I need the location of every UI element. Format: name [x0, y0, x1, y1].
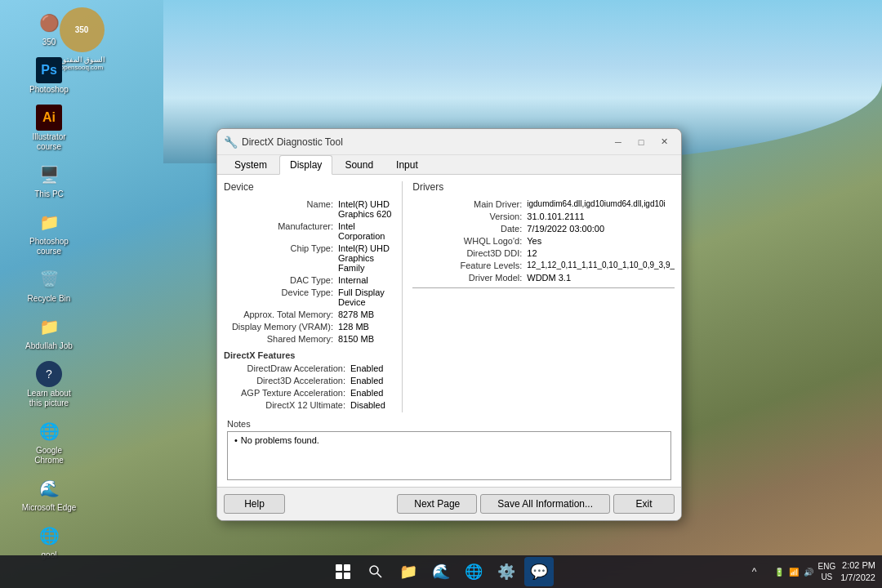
- window-title: DirectX Diagnostic Tool: [242, 136, 608, 148]
- bullet-point: •: [234, 435, 238, 445]
- edge-taskbar-button[interactable]: 🌊: [426, 557, 456, 586]
- desktop-icon-recycle[interactable]: 🗑️ Recycle Bin: [19, 263, 80, 307]
- notes-text: No problems found.: [241, 435, 319, 445]
- window-footer: Help Next Page Save All Information... E…: [217, 487, 681, 520]
- label-version: Version:: [412, 212, 527, 221]
- exit-button[interactable]: Exit: [613, 494, 675, 514]
- next-page-button[interactable]: Next Page: [397, 494, 477, 514]
- info-row-dac: DAC Type: Internal: [224, 275, 392, 285]
- start-button[interactable]: [328, 557, 358, 586]
- tab-sound[interactable]: Sound: [334, 155, 384, 174]
- label-totalmem: Approx. Total Memory:: [224, 310, 338, 319]
- system-tray-icons[interactable]: ^: [740, 557, 769, 586]
- chrome-taskbar-button[interactable]: 🌐: [459, 557, 488, 586]
- value-sharedmem: 8150 MB: [338, 334, 392, 344]
- value-dx12: Disabled: [350, 400, 385, 410]
- label-ddi: Direct3D DDI:: [412, 248, 527, 258]
- label-dac: DAC Type:: [224, 275, 338, 285]
- value-whql: Yes: [527, 236, 675, 246]
- save-all-button[interactable]: Save All Information...: [480, 494, 610, 514]
- info-row-name: Name: Intel(R) UHD Graphics 620: [224, 199, 392, 219]
- wifi-icon: 📶: [789, 568, 799, 577]
- value-feature-levels: 12_1,12_0,11_1,11_0,10_1,10_0,9_3,9_: [527, 261, 675, 270]
- help-button[interactable]: Help: [224, 494, 285, 514]
- minimize-button[interactable]: ─: [608, 134, 629, 150]
- file-explorer-button[interactable]: 📁: [394, 557, 423, 586]
- desktop-icon-illustrator[interactable]: Ai Illustrator course: [19, 101, 80, 155]
- qasim-icon: 🟤: [36, 10, 62, 36]
- photoshop-icon: Ps: [36, 57, 62, 83]
- label-feature-levels: Feature Levels:: [412, 261, 527, 270]
- desktop-icon-photoshop[interactable]: Ps Photoshop: [19, 54, 80, 98]
- label-sharedmem: Shared Memory:: [224, 334, 338, 344]
- window-controls: ─ □ ✕: [608, 134, 675, 150]
- window-tabs: System Display Sound Input: [217, 155, 681, 175]
- driver-row-whql: WHQL Logo'd: Yes: [412, 236, 675, 246]
- left-panel: Device Name: Intel(R) UHD Graphics 620 M…: [224, 181, 403, 412]
- driver-row-ddi: Direct3D DDI: 12: [412, 248, 675, 258]
- device-section-header: Device: [224, 181, 392, 194]
- notes-label: Notes: [227, 419, 671, 429]
- desktop-icon-chrome[interactable]: 🌐 Google Chrome: [19, 415, 80, 469]
- notes-content: • No problems found.: [234, 435, 664, 445]
- desktop-icon-learn[interactable]: ? Learn about this picture: [19, 358, 80, 412]
- learn-label: Learn about this picture: [22, 389, 77, 408]
- label-direct3d: Direct3D Acceleration:: [224, 376, 350, 385]
- window-titlebar: 🔧 DirectX Diagnostic Tool ─ □ ✕: [217, 129, 681, 155]
- chrome-label: Google Chrome: [22, 446, 77, 466]
- close-button[interactable]: ✕: [653, 134, 675, 150]
- value-driver-model: WDDM 3.1: [527, 273, 675, 283]
- label-name: Name:: [224, 199, 338, 219]
- abdullah-label: Abdullah Job: [25, 341, 73, 351]
- drivers-section-header: Drivers: [412, 181, 675, 194]
- language-indicator: ENGUS: [818, 561, 836, 582]
- value-manufacturer: Intel Corporation: [338, 221, 392, 241]
- label-main-driver: Main Driver:: [412, 199, 527, 209]
- info-row-devicetype: Device Type: Full Display Device: [224, 287, 392, 307]
- app1-taskbar-button[interactable]: ⚙️: [492, 557, 521, 586]
- info-row-manufacturer: Manufacturer: Intel Corporation: [224, 221, 392, 241]
- taskbar-time: 2:02 PM 1/7/2022: [840, 559, 875, 585]
- app2-taskbar-button[interactable]: 💬: [524, 557, 554, 586]
- desktop-icon-edge[interactable]: 🌊 Microsoft Edge: [19, 472, 80, 516]
- recycle-bin-icon: 🗑️: [36, 266, 62, 292]
- tab-display[interactable]: Display: [279, 155, 332, 175]
- maximize-button[interactable]: □: [630, 134, 652, 150]
- desktop-icon-photoshop-course[interactable]: 📁 Photoshop course: [19, 206, 80, 260]
- recycle-label: Recycle Bin: [28, 294, 71, 304]
- illustrator-icon: Ai: [36, 105, 62, 131]
- svg-point-4: [370, 566, 378, 574]
- battery-icon: 🔋: [774, 568, 784, 577]
- value-vram: 128 MB: [338, 322, 392, 332]
- desktop-icon-thispc[interactable]: 🖥️ This PC: [19, 158, 80, 203]
- info-row-sharedmem: Shared Memory: 8150 MB: [224, 334, 392, 344]
- value-dac: Internal: [338, 275, 392, 285]
- taskbar-center: 📁 🌊 🌐 ⚙️ 💬: [328, 557, 554, 586]
- desktop: 350 السوق المفتوح opensooq.com 🟤 350 Ps …: [0, 0, 882, 588]
- value-agp: Enabled: [350, 388, 383, 398]
- tab-system[interactable]: System: [224, 155, 278, 174]
- driver-row-model: Driver Model: WDDM 3.1: [412, 273, 675, 288]
- tab-input[interactable]: Input: [385, 155, 429, 174]
- desktop-icon-qasim[interactable]: 🟤 350: [19, 7, 80, 51]
- search-button[interactable]: [361, 557, 390, 586]
- illustrator-label: Illustrator course: [22, 132, 77, 152]
- content-area: Device Name: Intel(R) UHD Graphics 620 M…: [224, 181, 675, 412]
- desktop-icon-abdullah[interactable]: 📁 Abdullah Job: [19, 310, 80, 354]
- value-directdraw: Enabled: [350, 363, 383, 373]
- edge-label: Microsoft Edge: [22, 503, 77, 513]
- taskbar: 📁 🌊 🌐 ⚙️ 💬 ^ 🔋 📶 🔊 ENGUS 2:02 PM 1/7/202…: [0, 555, 882, 588]
- label-whql: WHQL Logo'd:: [412, 236, 527, 246]
- footer-right-buttons: Next Page Save All Information... Exit: [397, 494, 675, 514]
- label-driver-model: Driver Model:: [412, 273, 527, 283]
- label-agp: AGP Texture Acceleration:: [224, 388, 350, 398]
- date-display: 1/7/2022: [840, 572, 875, 584]
- sound-icon: 🔊: [804, 568, 813, 577]
- driver-row-features: Feature Levels: 12_1,12_0,11_1,11_0,10_1…: [412, 261, 675, 270]
- window-body: Device Name: Intel(R) UHD Graphics 620 M…: [217, 175, 681, 487]
- label-dx12: DirectX 12 Ultimate:: [224, 400, 350, 410]
- notes-box: • No problems found.: [227, 431, 671, 480]
- svg-rect-3: [344, 572, 350, 579]
- thispc-label: This PC: [34, 189, 64, 199]
- feature-direct3d: Direct3D Acceleration: Enabled: [224, 376, 392, 385]
